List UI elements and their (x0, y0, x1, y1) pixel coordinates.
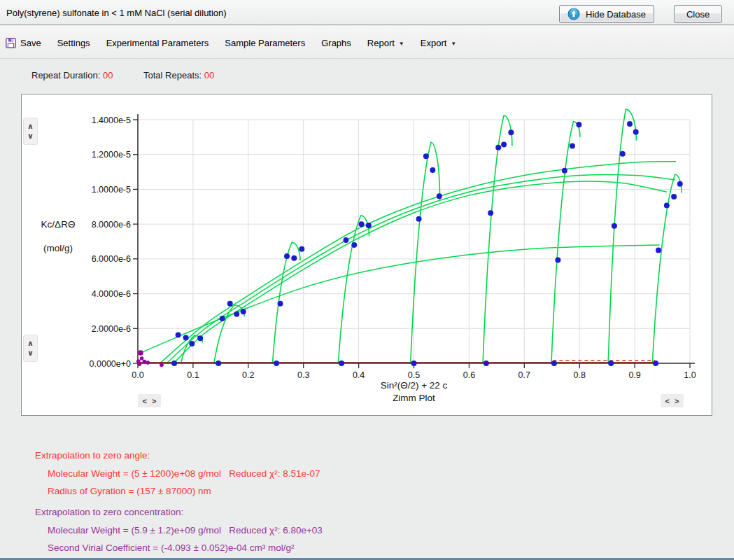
baseline-data-point (216, 360, 221, 366)
chevron-right-icon[interactable]: > (675, 397, 679, 405)
menu-save[interactable]: Save (6, 38, 41, 48)
menu-export[interactable]: Export ▼ (421, 38, 457, 48)
dropdown-caret-icon: ▼ (399, 41, 404, 47)
menu-row: Save Settings Experimental Parameters Sa… (6, 35, 456, 50)
repeat-duration-value: 00 (103, 70, 113, 80)
x-tick-label: 0.7 (518, 370, 530, 380)
chevron-up-icon[interactable]: ∧ (27, 122, 34, 132)
zero-concentration-molecular-weight: Molecular Weight = (5.9 ± 1.2)e+09 g/mol… (48, 525, 323, 536)
angle-fit-arch (214, 305, 244, 363)
chevron-right-icon[interactable]: > (152, 397, 156, 405)
baseline-data-point (411, 360, 417, 366)
x-axis-pan-left-control[interactable]: < > (138, 394, 161, 407)
menu-sample-parameters[interactable]: Sample Parameters (225, 38, 305, 48)
x-axis-pan-right-control[interactable]: < > (661, 394, 684, 407)
data-point (220, 316, 225, 321)
angle-fit-arch (608, 109, 636, 363)
window-title: Poly(styrene) sulfonate in < 1 mM NaCl (… (6, 8, 227, 18)
zero-angle-molecular-weight: Molecular Weight = (5 ± 1200)e+08 g/mol … (48, 468, 320, 479)
data-point (423, 153, 429, 159)
axes: 0.0000e+02.0000e-64.0000e-66.0000e-68.00… (90, 114, 696, 380)
data-point (612, 223, 617, 229)
hide-database-label: Hide Database (586, 9, 646, 20)
chevron-up-icon[interactable]: ∧ (27, 339, 34, 349)
data-point (656, 247, 661, 253)
data-point (291, 255, 297, 261)
hide-database-button[interactable]: Hide Database (559, 5, 654, 23)
angle-fit-arch (273, 242, 300, 363)
zero-concentration-results: Extrapolation to zero concentration: Mol… (35, 507, 323, 560)
close-button[interactable]: Close (674, 5, 722, 23)
data-point (241, 309, 246, 314)
x-tick-label: 1.0 (684, 370, 696, 380)
x-axis-title: Sin²(Θ/2) + 22 c (381, 380, 448, 391)
data-point (343, 237, 348, 243)
x-tick-label: 0.4 (353, 370, 365, 380)
data-point (627, 121, 633, 127)
zimm-plot-svg: 0.0000e+02.0000e-64.0000e-66.0000e-68.00… (22, 94, 713, 416)
extrapolated-point (140, 356, 144, 360)
data-point (299, 246, 304, 252)
save-floppy-icon (6, 38, 16, 48)
y-axis-scroll-up-down-lower[interactable]: ∧ ∨ (23, 335, 38, 362)
baseline-data-point (484, 360, 489, 366)
data-point (189, 341, 195, 346)
data-point (416, 216, 422, 222)
extrapolated-point (138, 362, 142, 366)
y-tick-label: 8.0000e-6 (92, 220, 131, 230)
y-axis-scroll-up-down[interactable]: ∧ ∨ (23, 118, 38, 145)
title-bar: Poly(styrene) sulfonate in < 1 mM NaCl (… (0, 0, 734, 25)
green-fit-curves (141, 109, 682, 363)
menu-report[interactable]: Report ▼ (367, 38, 404, 48)
x-tick-label: 0.6 (463, 370, 475, 380)
zero-angle-results: Extrapolation to zero angle: Molecular W… (35, 450, 320, 503)
menu-graphs[interactable]: Graphs (321, 38, 351, 48)
data-point (359, 221, 365, 227)
extrapolated-point (146, 360, 150, 365)
data-point (278, 301, 283, 307)
gridlines (138, 120, 690, 363)
menu-save-label: Save (20, 38, 41, 48)
concentration-fit-curve (141, 245, 660, 353)
extrapolated-point (160, 363, 164, 367)
data-point (633, 129, 639, 134)
baseline-data-point (608, 360, 614, 366)
repeat-duration-label: Repeat Duration: (31, 70, 100, 80)
zero-angle-radius-of-gyration: Radius of Gyration = (157 ± 87000) nm (48, 486, 320, 496)
chart-title: Zimm Plot (393, 393, 435, 403)
x-tick-label: 0.0 (132, 370, 143, 380)
concentration-fit-curve (174, 181, 667, 363)
y-axis-units: (mol/g) (43, 243, 73, 253)
status-row: Repeat Duration: 00 Total Repeats: 00 (31, 70, 113, 80)
data-point (351, 242, 357, 248)
data-point (677, 181, 683, 187)
x-tick-label: 0.8 (574, 370, 586, 380)
chevron-left-icon[interactable]: < (143, 397, 147, 405)
data-point (176, 332, 181, 337)
menu-settings[interactable]: Settings (57, 38, 90, 48)
data-point (671, 194, 677, 200)
extrapolated-point (138, 350, 143, 356)
chevron-down-icon[interactable]: ∨ (27, 349, 34, 358)
chevron-left-icon[interactable]: < (665, 397, 670, 405)
data-point (488, 210, 493, 216)
y-tick-label: 1.0000e-5 (92, 185, 131, 195)
data-point (576, 122, 581, 127)
data-point (227, 301, 233, 307)
data-point (562, 168, 567, 174)
baseline-data-point (653, 360, 658, 366)
baseline-data-point (551, 360, 557, 366)
x-tick-label: 0.9 (628, 370, 640, 380)
baseline-data-point (171, 360, 177, 366)
data-point (508, 130, 514, 135)
data-point (664, 203, 670, 209)
data-point (183, 335, 189, 340)
menu-experimental-parameters[interactable]: Experimental Parameters (106, 38, 209, 48)
blue-up-arrow-icon (567, 8, 580, 20)
total-repeats-label: Total Repeats: (143, 70, 202, 80)
y-tick-label: 6.0000e-6 (92, 254, 131, 264)
chevron-down-icon[interactable]: ∨ (27, 132, 34, 141)
app-window: { "window": { "title": "Poly(styrene) su… (0, 0, 734, 560)
data-point (501, 142, 507, 148)
x-tick-label: 0.1 (187, 370, 199, 380)
